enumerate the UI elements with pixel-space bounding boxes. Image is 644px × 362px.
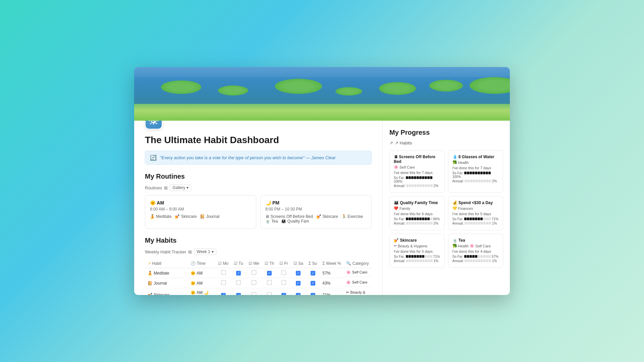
habit-th[interactable] xyxy=(262,268,277,278)
table-row: 🧘 Meditate 🌞 AM 57% 🌸 Self Care xyxy=(145,268,372,278)
habit-fr[interactable] xyxy=(277,278,291,288)
progress-card-water: 💧 8 Glasses of Water 🥦 Health I've done … xyxy=(448,150,503,193)
habit-cat: 🌸 Self Care xyxy=(343,268,372,277)
habit-sa[interactable] xyxy=(291,288,306,295)
habits-link[interactable]: ↗ ↗ Habits xyxy=(389,140,503,145)
page-title: The Ultimate Habit Dashboard xyxy=(145,135,372,145)
main-window: The Ultimate Habit Dashboard 🔄 "Every ac… xyxy=(134,67,510,295)
habit-name: 💅 Skincare xyxy=(145,288,188,295)
table-row: 📔 Journal 🌞 AM 43% 🌸 Self Care xyxy=(145,278,372,288)
main-panel: The Ultimate Habit Dashboard 🔄 "Every ac… xyxy=(134,121,382,295)
habit-sa[interactable] xyxy=(291,278,306,288)
habit-th[interactable] xyxy=(262,278,277,288)
routine-am-time: 8:00 AM – 9:00 AM xyxy=(150,207,251,212)
habit-we[interactable] xyxy=(246,268,262,278)
progress-card-tea: 🍵 Tea 🥦 Health 🌸 Self Care I've done thi… xyxy=(448,234,503,268)
card-cat: ❤️ Family xyxy=(394,206,440,210)
col-cat: 🔍 Category xyxy=(343,259,372,268)
card-title: 🍵 Tea xyxy=(452,238,499,243)
card-title: 🖥 Screens Off Before Bed xyxy=(394,155,440,164)
annual-row: Annual: 2% xyxy=(394,222,440,225)
right-panel: My Progress ↗ ↗ Habits 🖥 Screens Off Bef… xyxy=(382,121,510,295)
habit-name: 📔 Journal xyxy=(145,278,188,288)
card-title: 💅 Skincare xyxy=(394,238,440,243)
annual-row: Annual: 1% xyxy=(452,222,499,225)
habit-time: 🌞 AM 🌙 PM xyxy=(188,288,215,295)
card-days: I've done this for 7 days xyxy=(452,166,499,170)
quote-icon: 🔄 xyxy=(150,155,157,161)
habit-time: 🌞 AM xyxy=(188,278,215,288)
card-title: 💧 8 Glasses of Water xyxy=(452,155,499,159)
habit-sa[interactable] xyxy=(291,268,306,278)
routine-card-pm: 🌙 PM 8:00 PM – 10:30 PM 🖥 Screens Off Be… xyxy=(260,195,372,229)
habit-mo[interactable] xyxy=(215,278,231,288)
so-far-row: So Far: 100% xyxy=(394,176,440,183)
gallery-icon: ⊞ xyxy=(164,185,168,190)
habit-name: 🧘 Meditate xyxy=(145,268,188,278)
routines-title: My Routines xyxy=(145,173,372,180)
week-select-btn[interactable]: Week 1 ▾ xyxy=(194,248,216,255)
tracker-label: Weekly Habit Tracker ⊞ Week 1 ▾ xyxy=(145,248,216,255)
quote-box: 🔄 "Every action you take is a vote for t… xyxy=(145,151,372,165)
progress-card-spend: 💰 Spend <$30 a Day 💛 Finances I've done … xyxy=(448,196,503,230)
so-far-row: So Far: 86% xyxy=(394,217,440,221)
progress-grid: 🖥 Screens Off Before Bed 🌸 Self Care I'v… xyxy=(389,150,503,268)
card-cat: ✏ Beauty & Hygiene xyxy=(394,244,440,248)
habit-su[interactable] xyxy=(306,278,320,288)
chevron-icon: ▾ xyxy=(186,185,189,190)
card-cat: 🥦 Health xyxy=(452,160,499,165)
col-we: ☑ We xyxy=(246,259,262,268)
habit-mo[interactable] xyxy=(215,288,231,295)
annual-row: Annual: 2% xyxy=(394,184,440,188)
habit-su[interactable] xyxy=(306,268,320,278)
annual-row: Annual: 1% xyxy=(452,259,499,263)
routines-grid: 🌞 AM 8:00 AM – 9:00 AM 🧘 Meditate 💅 Skin… xyxy=(145,195,372,229)
habit-mo[interactable] xyxy=(215,268,231,278)
routine-am-title: 🌞 AM xyxy=(150,200,251,205)
card-cat: 🥦 Health 🌸 Self Care xyxy=(452,244,499,248)
routine-pm-title: 🌙 PM xyxy=(265,200,367,205)
gallery-view-btn[interactable]: Gallery ▾ xyxy=(170,184,191,191)
content-area: The Ultimate Habit Dashboard 🔄 "Every ac… xyxy=(134,121,510,295)
so-far-row: So Far: 57% xyxy=(452,255,499,258)
card-cat: 💛 Finances xyxy=(452,206,499,210)
habit-pct: 43% xyxy=(320,278,343,288)
habit-we[interactable] xyxy=(246,278,262,288)
habits-section: My Habits Weekly Habit Tracker ⊞ Week 1 … xyxy=(145,237,372,295)
habit-tracker-table: ↗ Habit 🕐 Time ☑ Mo ☑ Tu ☑ We ☑ Th ☑ Fr … xyxy=(145,259,372,295)
card-cat: 🌸 Self Care xyxy=(394,165,440,169)
app-icon xyxy=(145,121,162,129)
habit-th[interactable] xyxy=(262,288,277,295)
habit-fr[interactable] xyxy=(277,288,291,295)
col-habit: ↗ Habit xyxy=(145,259,188,268)
col-mo: ☑ Mo xyxy=(215,259,231,268)
progress-card-skincare: 💅 Skincare ✏ Beauty & Hygiene I've done … xyxy=(389,234,445,268)
so-far-row: So Far: 71% xyxy=(394,255,440,258)
card-days: I've done this for 4 days xyxy=(452,249,499,253)
card-days: I've done this for 5 days xyxy=(452,212,499,216)
routine-pm-time: 8:00 PM – 10:30 PM xyxy=(265,207,367,212)
col-fr: ☑ Fr xyxy=(277,259,291,268)
card-days: I've done this for 7 days xyxy=(394,171,440,175)
habit-cat: ✏ Beauty & H xyxy=(343,288,372,295)
hero-banner xyxy=(134,67,510,121)
habit-fr[interactable] xyxy=(277,268,291,278)
habit-cat: 🌸 Self Care xyxy=(343,278,372,287)
table-icon: ⊞ xyxy=(188,249,192,254)
col-th: ☑ Th xyxy=(262,259,277,268)
annual-row: Annual: 2% xyxy=(452,179,499,183)
habit-tu[interactable] xyxy=(231,268,246,278)
so-far-row: So Far: 71% xyxy=(452,217,499,221)
routine-card-am: 🌞 AM 8:00 AM – 9:00 AM 🧘 Meditate 💅 Skin… xyxy=(145,195,256,229)
progress-card-family: 👨‍👩‍👧 Quality Family Time ❤️ Family I've… xyxy=(389,196,445,230)
habit-tu[interactable] xyxy=(231,278,246,288)
card-title: 💰 Spend <$30 a Day xyxy=(452,200,499,205)
habit-su[interactable] xyxy=(306,288,320,295)
col-time: 🕐 Time xyxy=(188,259,215,268)
week-chevron-icon: ▾ xyxy=(212,249,214,254)
habits-title: My Habits xyxy=(145,237,372,244)
col-su: Σ Su xyxy=(306,259,320,268)
routine-pm-tags: 🖥 Screens Off Before Bed 💅 Skincare 🏃 Ex… xyxy=(265,214,367,224)
habit-tu[interactable] xyxy=(231,288,246,295)
habit-we[interactable] xyxy=(246,288,262,295)
